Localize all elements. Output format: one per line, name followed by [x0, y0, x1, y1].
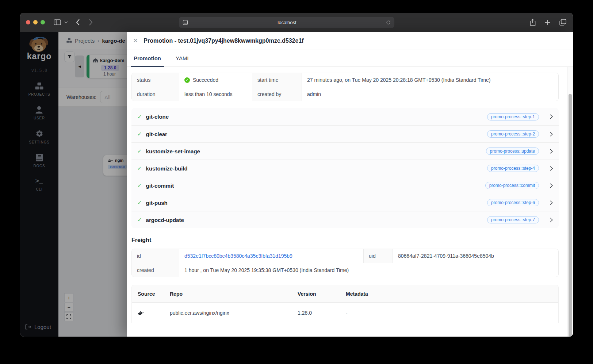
freight-uid-value: 80664af7-2821-4709-911a-366045e8504b: [393, 249, 558, 263]
new-tab-icon[interactable]: [544, 19, 551, 26]
step-badge: promo-process::commit: [485, 182, 539, 189]
scrollbar-thumb[interactable]: [569, 94, 572, 337]
column-header-version: Version: [292, 285, 340, 302]
artifacts-header-row: Source Repo Version Metadata: [132, 285, 558, 303]
check-icon: ✓: [137, 217, 142, 223]
check-icon: ✓: [137, 165, 142, 172]
sidebar-toggle-icon[interactable]: [54, 19, 61, 25]
table-row: created 1 hour , on Tue May 20 2025 19:3…: [132, 263, 558, 277]
table-row: status ✓ Succeeded start time 27 minutes…: [132, 73, 558, 87]
chevron-right-icon[interactable]: [550, 132, 553, 137]
chevron-right-icon[interactable]: [550, 218, 553, 222]
modal-header: ✕ Promotion - test.01jvq37py4jhew8kwwmkg…: [127, 32, 573, 50]
check-icon: ✓: [137, 182, 142, 189]
step-row-kustomize-set-image[interactable]: ✓ kustomize-set-image promo-process::upd…: [131, 142, 559, 160]
step-row-git-commit[interactable]: ✓ git-commit promo-process::commit: [131, 177, 559, 194]
start-time-value: 27 minutes ago, on Tue May 20 2025 20:28…: [302, 73, 558, 87]
step-badge: promo-process::step-2: [487, 130, 539, 138]
check-icon: ✓: [137, 148, 142, 154]
table-row: public.ecr.aws/nginx/nginx 1.28.0 -: [132, 303, 558, 323]
chevron-right-icon[interactable]: [550, 200, 553, 205]
modal-scrollbar: [567, 67, 573, 337]
zoom-window-button[interactable]: [41, 20, 45, 24]
address-bar[interactable]: localhost: [179, 17, 394, 28]
tab-yaml[interactable]: YAML: [173, 50, 193, 66]
promotion-steps-list: ✓ git-clone promo-process::step-1 ✓ git-…: [131, 108, 559, 228]
success-check-icon: ✓: [184, 77, 190, 83]
forward-button[interactable]: [89, 19, 93, 26]
check-icon: ✓: [137, 199, 142, 206]
promotion-modal: ✕ Promotion - test.01jvq37py4jhew8kwwmkg…: [127, 32, 573, 337]
close-window-button[interactable]: [26, 20, 30, 24]
docker-icon: [138, 310, 144, 315]
artifact-source-cell: [132, 303, 164, 323]
browser-toolbar: localhost: [20, 13, 573, 32]
column-header-source: Source: [132, 285, 164, 302]
step-badge: promo-process::step-6: [487, 199, 539, 206]
step-row-argocd-update[interactable]: ✓ argocd-update promo-process::step-7: [131, 211, 559, 228]
created-by-value: admin: [302, 87, 558, 101]
tab-promotion[interactable]: Promotion: [131, 50, 164, 66]
chevron-right-icon[interactable]: [550, 183, 553, 188]
freight-table: id d532e1f7bcc80bc4b3580c4a35c3fbfa31d19…: [131, 249, 559, 277]
freight-id-link[interactable]: d532e1f7bcc80bc4b3580c4a35c3fbfa31d195b9: [184, 253, 292, 259]
minimize-window-button[interactable]: [33, 20, 38, 24]
column-header-repo: Repo: [164, 285, 292, 302]
close-icon[interactable]: ✕: [133, 38, 138, 44]
step-badge: promo-process::step-4: [487, 165, 539, 172]
column-header-metadata: Metadata: [340, 285, 558, 302]
step-row-git-clone[interactable]: ✓ git-clone promo-process::step-1: [131, 108, 559, 125]
freight-heading: Freight: [131, 237, 559, 244]
promotion-summary-table: status ✓ Succeeded start time 27 minutes…: [131, 73, 559, 101]
app-root: kargo v1.5.0 PROJECTS U: [20, 32, 573, 337]
share-icon[interactable]: [529, 19, 536, 26]
step-row-kustomize-build[interactable]: ✓ kustomize-build promo-process::step-4: [131, 160, 559, 177]
duration-label: duration: [132, 87, 179, 101]
step-badge: promo-process::step-1: [487, 113, 539, 120]
check-icon: ✓: [137, 131, 142, 137]
url-text: localhost: [188, 20, 386, 25]
start-time-label: start time: [252, 73, 302, 87]
duration-value: less than 10 seconds: [179, 87, 252, 101]
freight-id-label: id: [132, 249, 179, 263]
status-label: status: [132, 73, 179, 87]
browser-window: localhost: [20, 13, 573, 337]
freight-artifacts-table: Source Repo Version Metadata public.ecr.: [131, 285, 559, 323]
freight-uid-label: uid: [364, 249, 393, 263]
artifact-version-cell: 1.28.0: [292, 303, 340, 323]
freight-id-value: d532e1f7bcc80bc4b3580c4a35c3fbfa31d195b9: [179, 249, 364, 263]
step-badge: promo-process::update: [486, 147, 539, 155]
freight-created-value: 1 hour , on Tue May 20 2025 19:35:38 GMT…: [179, 263, 558, 277]
chevron-down-icon[interactable]: [64, 21, 68, 23]
freight-created-label: created: [132, 263, 179, 277]
tab-overview-icon[interactable]: [559, 19, 566, 26]
modal-content: status ✓ Succeeded start time 27 minutes…: [127, 67, 567, 337]
page-icon: [183, 20, 188, 25]
traffic-lights: [26, 20, 45, 24]
chevron-right-icon[interactable]: [550, 166, 553, 171]
chevron-right-icon[interactable]: [550, 149, 553, 154]
step-badge: promo-process::step-7: [487, 216, 539, 223]
reload-icon[interactable]: [386, 20, 391, 25]
back-button[interactable]: [76, 19, 80, 26]
artifact-repo-cell: public.ecr.aws/nginx/nginx: [164, 303, 292, 323]
created-by-label: created by: [252, 87, 302, 101]
modal-tabs: Promotion YAML: [127, 50, 573, 67]
modal-title: Promotion - test.01jvq37py4jhew8kwwmkgp0…: [144, 38, 303, 44]
artifact-metadata-cell: -: [340, 303, 558, 323]
chevron-right-icon[interactable]: [550, 114, 553, 119]
step-row-git-push[interactable]: ✓ git-push promo-process::step-6: [131, 194, 559, 211]
table-row: duration less than 10 seconds created by…: [132, 87, 558, 101]
step-row-git-clear[interactable]: ✓ git-clear promo-process::step-2: [131, 125, 559, 142]
status-value: ✓ Succeeded: [179, 73, 252, 87]
table-row: id d532e1f7bcc80bc4b3580c4a35c3fbfa31d19…: [132, 249, 558, 263]
check-icon: ✓: [137, 114, 142, 120]
